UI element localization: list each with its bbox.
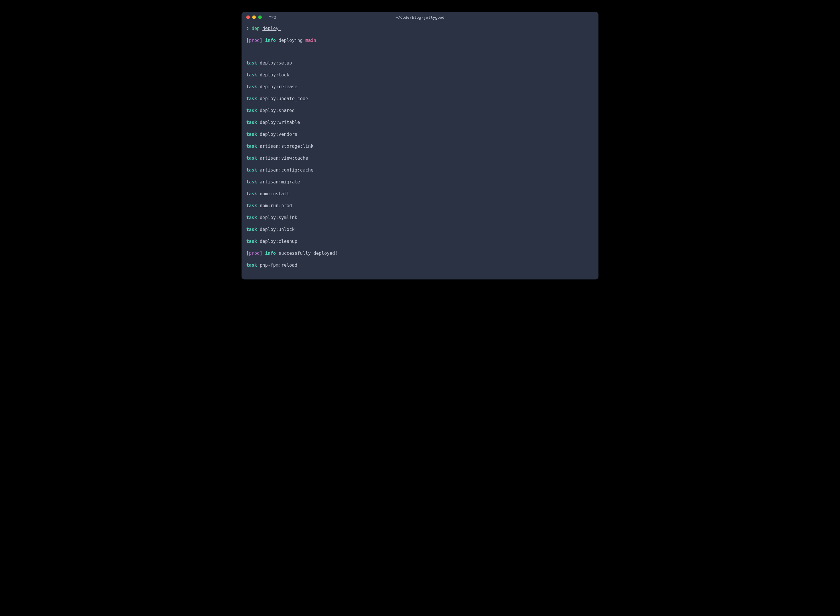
status-text: successfully deployed! — [278, 251, 338, 256]
task-name: deploy:unlock — [260, 227, 294, 232]
info-label: info — [265, 251, 276, 256]
task-keyword: task — [246, 179, 257, 185]
task-row: task artisan:storage:link — [246, 143, 594, 150]
status-text: deploying — [278, 38, 303, 43]
task-row: task artisan:migrate — [246, 178, 594, 186]
task-name: deploy:update_code — [260, 96, 308, 101]
task-row: task npm:run:prod — [246, 202, 594, 209]
task-name: artisan:config:cache — [260, 167, 314, 173]
status-line-deploying: [prod] info deploying main — [246, 37, 594, 44]
task-row: task deploy:unlock — [246, 226, 594, 233]
task-name: artisan:migrate — [260, 179, 300, 185]
task-row: task artisan:config:cache — [246, 166, 594, 174]
task-keyword: task — [246, 96, 257, 101]
task-name: deploy:vendors — [260, 132, 297, 137]
task-row: task deploy:release — [246, 83, 594, 90]
bracket-close: ] — [260, 251, 262, 256]
bracket-open: [ — [246, 251, 249, 256]
task-keyword: task — [246, 167, 257, 173]
task-keyword: task — [246, 60, 257, 66]
task-keyword: task — [246, 263, 257, 268]
task-name: deploy:cleanup — [260, 239, 297, 244]
task-keyword: task — [246, 203, 257, 208]
task-name: deploy:setup — [260, 60, 292, 66]
terminal-window: ⌥⌘2 ~/Code/blog-jollygood ❯ dep deploy [… — [242, 12, 598, 279]
task-row: task deploy:setup — [246, 59, 594, 67]
task-row: task deploy:vendors — [246, 131, 594, 138]
task-name: npm:install — [260, 191, 289, 197]
task-keyword: task — [246, 120, 257, 125]
task-row: task deploy:update_code — [246, 95, 594, 102]
host-label: prod — [249, 251, 260, 256]
task-keyword: task — [246, 155, 257, 161]
task-name: php-fpm:reload — [260, 263, 297, 268]
task-name: deploy:shared — [260, 108, 294, 113]
task-row: task npm:install — [246, 190, 594, 197]
command: dep — [252, 26, 260, 31]
task-name: deploy:writable — [260, 120, 300, 125]
task-row: task deploy:symlink — [246, 214, 594, 221]
task-row: task deploy:shared — [246, 107, 594, 114]
task-name: npm:run:prod — [260, 203, 292, 208]
prompt-line: ❯ dep deploy — [246, 25, 594, 32]
traffic-lights — [246, 15, 262, 19]
task-name: artisan:storage:link — [260, 144, 314, 149]
task-row: task deploy:lock — [246, 71, 594, 78]
task-name: deploy:symlink — [260, 215, 297, 220]
task-keyword: task — [246, 132, 257, 137]
task-keyword: task — [246, 108, 257, 113]
tasks-list: task deploy:setuptask deploy:locktask de… — [246, 59, 594, 245]
info-label: info — [265, 38, 276, 43]
prompt-char: ❯ — [246, 26, 249, 31]
command-arg: deploy — [262, 26, 281, 31]
task-name: artisan:view:cache — [260, 155, 308, 161]
task-keyword: task — [246, 84, 257, 89]
task-keyword: task — [246, 239, 257, 244]
task-keyword: task — [246, 227, 257, 232]
maximize-button[interactable] — [258, 15, 262, 19]
spacer — [246, 49, 594, 59]
task-keyword: task — [246, 72, 257, 78]
minimize-button[interactable] — [252, 15, 256, 19]
tab-shortcut-label: ⌥⌘2 — [269, 15, 276, 20]
close-button[interactable] — [246, 15, 250, 19]
titlebar[interactable]: ⌥⌘2 ~/Code/blog-jollygood — [242, 12, 598, 23]
task-keyword: task — [246, 191, 257, 197]
task-row: task deploy:cleanup — [246, 238, 594, 245]
bracket-open: [ — [246, 38, 249, 43]
task-keyword: task — [246, 144, 257, 149]
status-line-success: [prod] info successfully deployed! — [246, 250, 594, 257]
task-name: deploy:release — [260, 84, 297, 89]
window-title: ~/Code/blog-jollygood — [396, 15, 444, 20]
terminal-body[interactable]: ❯ dep deploy [prod] info deploying main … — [242, 23, 598, 279]
bracket-close: ] — [260, 38, 262, 43]
task-row: task deploy:writable — [246, 119, 594, 126]
task-name: deploy:lock — [260, 72, 289, 78]
task-row: task php-fpm:reload — [246, 262, 594, 269]
task-row: task artisan:view:cache — [246, 155, 594, 162]
branch-name: main — [305, 38, 316, 43]
host-label: prod — [249, 38, 260, 43]
task-keyword: task — [246, 215, 257, 220]
